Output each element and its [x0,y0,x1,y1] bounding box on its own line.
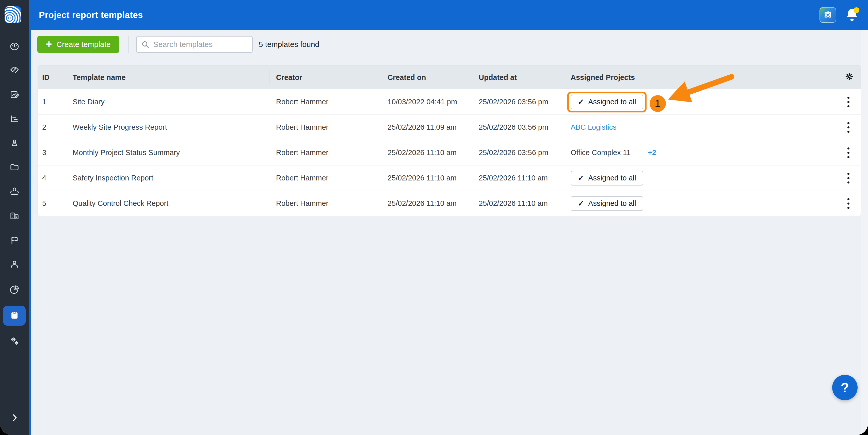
scrollbar-gutter[interactable] [861,30,868,435]
col-header-updated-at[interactable]: Updated at [472,70,564,85]
check-icon: ✓ [578,97,584,106]
flag-icon [9,236,20,247]
tags-icon [9,65,20,77]
topbar-actions [819,0,858,30]
column-settings-gear-icon[interactable] [845,72,854,83]
search-box [136,36,253,53]
row-menu-kebab-icon[interactable] [846,146,851,160]
row-menu-kebab-icon[interactable] [846,171,851,185]
person-icon [9,259,20,270]
cell-actions [746,191,861,216]
assigned-project-link[interactable]: ABC Logistics [570,123,617,131]
sidebar-item-approvals[interactable] [0,182,29,202]
sidebar [0,0,31,435]
cell-updated-at: 25/02/2026 11:10 am [472,191,564,216]
notifications-button[interactable] [846,8,858,22]
sidebar-expand-button[interactable] [0,408,29,428]
toolbar-divider [128,36,129,53]
sidebar-item-planning[interactable] [0,109,29,129]
templates-table: ID Template name Creator Created on Upda… [38,65,861,216]
cell-id: 4 [38,165,66,191]
cell-updated-at: 25/02/2026 03:56 pm [472,89,564,114]
col-header-template-name[interactable]: Template name [66,70,270,85]
assigned-to-all-button[interactable]: ✓ Assigned to all [570,171,643,186]
row-menu-kebab-icon[interactable] [846,95,851,109]
question-mark-icon: ? [841,380,849,395]
table-row: 4 Safety Inspection Report Robert Hammer… [38,165,861,191]
cell-created-on: 10/03/2022 04:41 pm [381,89,472,114]
dashboard-gauge-icon [9,41,20,53]
cell-id: 1 [38,89,66,114]
cell-updated-at: 25/02/2026 11:10 am [472,165,564,191]
cell-actions [746,89,861,114]
assigned-to-all-button[interactable]: ✓ Assigned to all [570,95,643,109]
row-menu-kebab-icon[interactable] [846,197,851,210]
cell-creator: Robert Hammer [270,89,381,114]
sidebar-item-site[interactable] [0,133,29,154]
table-row: 3 Monthly Project Status Summary Robert … [38,140,861,165]
cell-id: 3 [38,140,66,165]
cell-creator: Robert Hammer [270,191,381,216]
sidebar-item-companies[interactable] [0,206,29,226]
cell-id: 5 [38,191,66,216]
cell-creator: Robert Hammer [270,140,381,165]
sidebar-item-documents[interactable] [0,157,29,178]
gears-icon [9,336,20,347]
assigned-label: Assigned to all [588,98,636,106]
sidebar-item-settings[interactable] [0,331,29,352]
person-location-icon [9,138,20,149]
col-header-creator[interactable]: Creator [270,70,381,85]
toolbar: + Create template 5 templates found [37,36,319,53]
search-input[interactable] [136,36,253,53]
cell-created-on: 25/02/2026 11:09 am [381,115,472,140]
plus-icon: + [46,39,52,49]
table-row: 1 Site Diary Robert Hammer 10/03/2022 04… [38,89,861,114]
assigned-label: Assigned to all [588,199,636,208]
create-template-button[interactable]: + Create template [37,36,119,53]
main-content: + Create template 5 templates found ID T… [31,30,868,435]
buildings-icon [9,211,20,222]
cell-creator: Robert Hammer [270,165,381,191]
create-template-label: Create template [56,40,111,49]
cell-created-on: 25/02/2026 11:10 am [381,191,472,216]
assigned-project-name: Office Complex 11 [570,148,648,157]
col-header-created-on[interactable]: Created on [381,70,472,85]
assigned-to-all-button[interactable]: ✓ Assigned to all [570,196,643,211]
cell-id: 2 [38,115,66,140]
sidebar-item-analytics[interactable] [0,280,29,300]
assistant-button[interactable] [819,7,836,23]
sidebar-item-issues[interactable] [0,231,29,251]
check-icon: ✓ [578,174,584,182]
cell-template-name: Quality Control Check Report [66,191,270,216]
notification-badge [854,7,859,13]
sidebar-item-dashboard[interactable] [0,37,29,57]
clipboard-icon [9,310,20,321]
annotation-highlight-ring: ✓ Assigned to all [567,92,647,112]
form-signature-icon [9,90,20,101]
topbar: Project report templates [31,0,868,30]
cell-created-on: 25/02/2026 11:10 am [381,165,472,191]
cell-template-name: Safety Inspection Report [66,165,270,191]
cell-created-on: 25/02/2026 11:10 am [381,140,472,165]
sidebar-item-tags[interactable] [0,61,29,81]
cell-creator: Robert Hammer [270,115,381,140]
pie-chart-icon [9,285,20,296]
app-logo [5,6,21,24]
sidebar-item-contacts[interactable] [0,255,29,275]
col-header-actions[interactable] [746,70,861,85]
col-header-id[interactable]: ID [38,70,66,85]
cell-template-name: Weekly Site Progress Report [66,115,270,140]
annotation-step-number: 1 [655,97,660,110]
cell-assigned-projects: ✓ Assigned to all [564,191,746,216]
row-menu-kebab-icon[interactable] [846,121,851,134]
stamp-icon [9,186,20,197]
more-projects-badge[interactable]: +2 [648,148,656,157]
table-row: 2 Weekly Site Progress Report Robert Ham… [38,114,861,140]
folder-icon [9,162,20,173]
help-button[interactable]: ? [832,375,858,400]
sidebar-item-report-templates[interactable] [3,306,26,326]
col-header-assigned-projects[interactable]: Assigned Projects [564,70,746,85]
table-header: ID Template name Creator Created on Upda… [38,66,861,89]
sidebar-item-forms[interactable] [0,85,29,105]
cell-actions [746,115,861,140]
